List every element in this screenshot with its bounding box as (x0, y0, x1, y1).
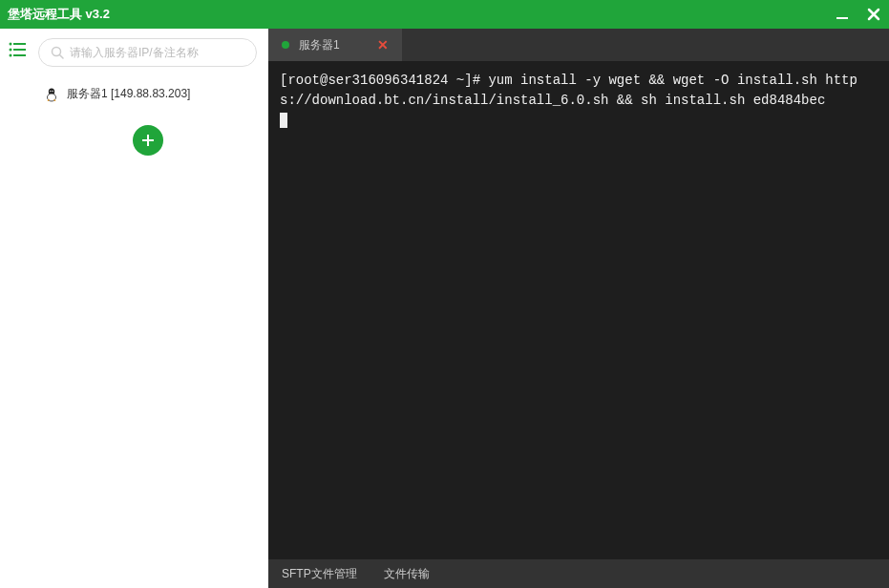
svg-rect-2 (13, 43, 26, 45)
svg-rect-4 (13, 49, 26, 51)
status-dot-icon (282, 41, 289, 49)
plus-icon (140, 133, 156, 148)
svg-point-14 (53, 91, 53, 92)
add-server-button[interactable] (133, 125, 163, 156)
svg-rect-6 (13, 54, 26, 56)
sidebar: 服务器1 [149.88.83.203] (34, 29, 268, 588)
titlebar: 堡塔远程工具 v3.2 (0, 0, 889, 29)
app-title: 堡塔远程工具 v3.2 (8, 6, 110, 23)
tab-bar: 服务器1 ✕ (268, 29, 889, 61)
tab-close-button[interactable]: ✕ (377, 37, 389, 52)
minimize-button[interactable] (836, 8, 849, 21)
terminal-output: [root@ser316096341824 ~]# yum install -y… (280, 73, 857, 108)
svg-point-1 (10, 43, 12, 46)
close-button[interactable] (866, 7, 881, 22)
terminal[interactable]: [root@ser316096341824 ~]# yum install -y… (268, 61, 889, 559)
search-box[interactable] (38, 38, 257, 67)
tab-server1[interactable]: 服务器1 ✕ (268, 29, 402, 61)
svg-rect-0 (836, 17, 848, 19)
tab-label: 服务器1 (299, 37, 340, 53)
file-transfer-button[interactable]: 文件传输 (384, 566, 430, 582)
svg-point-5 (10, 54, 12, 57)
server-list-item[interactable]: 服务器1 [149.88.83.203] (38, 78, 257, 110)
svg-line-8 (60, 55, 64, 59)
window-controls (836, 7, 881, 22)
linux-icon (44, 87, 59, 102)
add-button-wrap (38, 125, 257, 156)
content-area: 服务器1 ✕ [root@ser316096341824 ~]# yum ins… (268, 29, 889, 588)
left-strip (0, 29, 34, 588)
svg-point-13 (51, 91, 52, 92)
menu-icon[interactable] (9, 42, 26, 57)
bottom-bar: SFTP文件管理 文件传输 (268, 559, 889, 588)
sftp-button[interactable]: SFTP文件管理 (282, 566, 357, 582)
main-area: 服务器1 [149.88.83.203] 服务器1 ✕ [root@ser316… (0, 29, 889, 588)
search-icon (51, 46, 64, 59)
terminal-cursor (280, 113, 287, 128)
search-input[interactable] (70, 46, 244, 59)
svg-rect-16 (142, 139, 154, 141)
server-label: 服务器1 [149.88.83.203] (67, 86, 190, 102)
svg-point-3 (10, 49, 12, 52)
